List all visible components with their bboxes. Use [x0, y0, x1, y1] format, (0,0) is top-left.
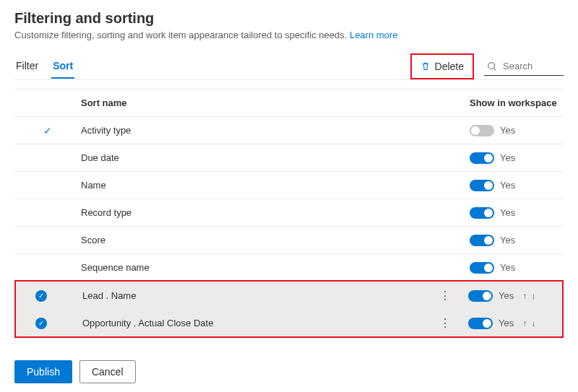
- tab-filter[interactable]: Filter: [14, 54, 40, 79]
- delete-label: Delete: [435, 61, 464, 72]
- tab-sort[interactable]: Sort: [51, 54, 74, 79]
- toggle-label: Yes: [500, 207, 515, 218]
- toggle-show[interactable]: [468, 318, 493, 329]
- highlight-selected-rows: ✓ Lead . Name ⋮ Yes ↑ ↓ ✓ Opportunity . …: [14, 280, 564, 338]
- subtitle-text: Customize filtering, sorting and work it…: [14, 30, 350, 40]
- move-up-icon[interactable]: ↑: [522, 291, 527, 301]
- row-name: Due date: [65, 152, 441, 163]
- footer: Publish Cancel: [14, 360, 564, 383]
- table-row[interactable]: ✓ Activity type Yes: [14, 116, 564, 144]
- search-field[interactable]: [484, 57, 564, 76]
- tab-bar: Filter Sort Delete: [14, 53, 564, 80]
- selected-check-icon[interactable]: ✓: [35, 290, 47, 302]
- row-name: Lead . Name: [66, 290, 439, 301]
- toggle-label: Yes: [500, 125, 515, 136]
- publish-button[interactable]: Publish: [14, 360, 72, 383]
- row-name: Sequence name: [65, 262, 441, 273]
- toggle-show[interactable]: [470, 235, 494, 246]
- table-header: Sort name Show in workspace: [14, 89, 564, 116]
- table-row[interactable]: Record type Yes: [14, 199, 564, 226]
- toggle-show[interactable]: [470, 125, 494, 136]
- col-show-workspace: Show in workspace: [470, 97, 564, 108]
- toggle-show[interactable]: [468, 290, 493, 302]
- toggle-label: Yes: [500, 152, 515, 163]
- svg-point-0: [488, 62, 495, 69]
- toggle-label: Yes: [499, 318, 514, 328]
- cancel-button[interactable]: Cancel: [79, 360, 136, 383]
- table-row[interactable]: Sequence name Yes: [14, 253, 564, 281]
- page-subtitle: Customize filtering, sorting and work it…: [14, 30, 564, 40]
- toggle-label: Yes: [500, 235, 515, 245]
- toggle-label: Yes: [499, 290, 514, 301]
- kebab-icon[interactable]: ⋮: [439, 289, 451, 302]
- toggle-show[interactable]: [470, 207, 494, 219]
- learn-more-link[interactable]: Learn more: [350, 30, 397, 40]
- trash-icon: [420, 61, 431, 71]
- highlight-delete: Delete: [410, 53, 474, 79]
- toggle-label: Yes: [500, 180, 515, 191]
- toggle-show[interactable]: [470, 262, 494, 274]
- toggle-show[interactable]: [470, 152, 494, 164]
- table-row[interactable]: Due date Yes: [14, 144, 564, 171]
- search-icon: [487, 61, 497, 71]
- move-down-icon[interactable]: ↓: [531, 318, 535, 328]
- move-down-icon[interactable]: ↓: [531, 291, 535, 301]
- toggle-label: Yes: [500, 262, 515, 273]
- row-name: Activity type: [65, 125, 441, 136]
- row-name: Score: [65, 235, 441, 245]
- table-row[interactable]: ✓ Lead . Name ⋮ Yes ↑ ↓: [16, 282, 562, 309]
- search-input[interactable]: [501, 60, 558, 72]
- kebab-icon[interactable]: ⋮: [439, 317, 451, 329]
- move-up-icon[interactable]: ↑: [522, 318, 527, 328]
- toggle-show[interactable]: [470, 180, 494, 191]
- toolbar: Delete: [410, 53, 564, 79]
- sort-table: Sort name Show in workspace ✓ Activity t…: [14, 89, 564, 339]
- page-root: Filtering and sorting Customize filterin…: [0, 0, 578, 392]
- checkmark-icon: ✓: [27, 125, 52, 136]
- table-row[interactable]: ✓ Opportunity . Actual Close Date ⋮ Yes …: [16, 309, 562, 336]
- table-row[interactable]: Score Yes: [14, 226, 564, 253]
- row-name: Record type: [65, 207, 441, 218]
- delete-button[interactable]: Delete: [413, 56, 471, 77]
- page-title: Filtering and sorting: [14, 10, 564, 27]
- row-name: Opportunity . Actual Close Date: [66, 318, 439, 328]
- col-sort-name: Sort name: [65, 97, 441, 108]
- table-row[interactable]: Name Yes: [14, 171, 564, 199]
- selected-check-icon[interactable]: ✓: [35, 318, 47, 329]
- row-name: Name: [65, 180, 441, 191]
